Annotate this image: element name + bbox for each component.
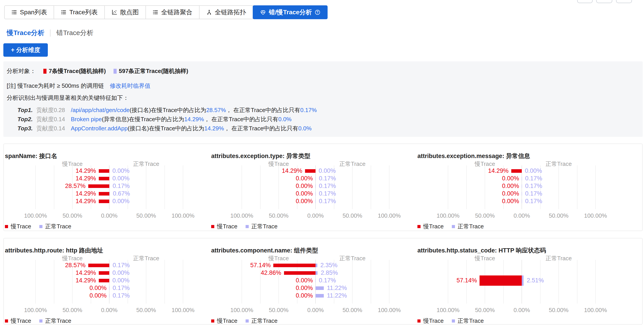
feature-text: (接口名)在慢Trace中的占比为 [128, 125, 204, 132]
intro-line: 分析识别出与慢调用显著相关的关键特征如下： [7, 94, 129, 102]
subtab-error-trace-analysis[interactable]: 错Trace分析 [56, 28, 94, 37]
tab-span-list[interactable]: Span列表 [4, 5, 54, 19]
axis-tick-label: 50.00% [269, 212, 288, 219]
tab-label: Trace列表 [69, 8, 98, 16]
slow-trace-bar [99, 200, 109, 203]
add-dimension-button[interactable]: + 分析维度 [3, 43, 48, 57]
legend-item-slow-trace[interactable]: 慢Trace [5, 317, 31, 325]
chart-title: attributes.exception.message: 异常信息 [418, 152, 530, 160]
tab-label: 散点图 [120, 8, 139, 16]
legend-swatch [418, 225, 420, 228]
axis-tick-label: 50.00% [342, 307, 362, 314]
legend-item-normal-trace[interactable]: 正常Trace [452, 317, 484, 325]
axis-tick-label: 50.00% [342, 212, 362, 219]
normal-value-label: 0.00% [319, 167, 336, 174]
feature-contribution: 贡献度0.28 [36, 106, 65, 114]
slow-value-label: 0.00% [90, 285, 106, 292]
axis-tick-label: 100.00% [230, 212, 254, 219]
chart-legend: 慢Trace正常Trace [418, 317, 484, 325]
chart-panel: attributes.exception.message: 异常信息慢Trace… [418, 144, 624, 230]
question-circle-icon[interactable] [315, 9, 320, 15]
slow-percentage: 14.29% [204, 125, 224, 132]
gridline [54, 260, 54, 304]
legend-item-normal-trace[interactable]: 正常Trace [452, 223, 484, 230]
legend-item-normal-trace[interactable]: 正常Trace [246, 317, 278, 325]
legend-item-normal-trace[interactable]: 正常Trace [39, 317, 72, 325]
feature-rank: Top2. [18, 116, 32, 123]
slow-trace-swatch [43, 69, 46, 74]
slow-value-label: 14.29% [76, 175, 96, 182]
normal-percentage: 0.17% [300, 107, 317, 114]
normal-value-label: 0.17% [319, 190, 336, 197]
analysis-summary-panel: 分析对象： 7条慢Trace(随机抽样) 597条正常Trace(随机抽样) [… [3, 61, 643, 137]
chart-title: attributes.exception.type: 异常类型 [211, 152, 310, 160]
legend-item-slow-trace[interactable]: 慢Trace [5, 223, 31, 230]
slow-value-label: 0.00% [502, 183, 519, 190]
modify-threshold-link[interactable]: 修改耗时临界值 [110, 82, 150, 90]
subtab-divider [50, 29, 50, 37]
feature-link[interactable]: Broken pipe [71, 116, 102, 123]
slow-value-label: 0.00% [296, 190, 313, 197]
tab-fulllink-topology[interactable]: 全链路拓扑 [199, 5, 253, 19]
slow-value-label: 0.00% [296, 285, 313, 292]
legend-item-normal-trace[interactable]: 正常Trace [246, 223, 278, 230]
gridline [577, 260, 578, 304]
slow-value-label: 0.00% [296, 292, 313, 299]
toolbar-button-cropped[interactable] [596, 0, 612, 3]
axis-tick-label: 100.00% [437, 307, 460, 314]
slow-value-label: 14.29% [282, 167, 302, 174]
normal-trace-bar [109, 294, 110, 298]
slow-trace-target: 7条慢Trace(随机抽样) [43, 67, 106, 75]
legend-item-slow-trace[interactable]: 慢Trace [418, 317, 444, 325]
list-icon [12, 9, 17, 15]
feature-link[interactable]: /api/app/chat/gen/code [71, 107, 130, 114]
normal-value-label: 0.17% [112, 183, 130, 190]
normal-trace-bar [316, 177, 316, 180]
top-feature-row: Top1. 贡献度0.28 /api/app/chat/gen/code (接口… [18, 106, 317, 114]
feature-link[interactable]: AppController.addApp [71, 125, 128, 132]
legend-item-slow-trace[interactable]: 慢Trace [211, 223, 238, 230]
normal-value-label: 0.00% [112, 198, 130, 205]
axis-tick-label: 50.00% [62, 307, 82, 314]
toolbar-button-cropped[interactable] [577, 0, 592, 3]
chart-legend: 慢Trace正常Trace [211, 223, 278, 230]
top-feature-row: Top3. 贡献度0.14 AppController.addApp (接口名)… [18, 125, 312, 132]
gridline [595, 165, 596, 209]
normal-trace-bar [522, 200, 522, 203]
gridline [485, 165, 485, 209]
slow-value-label: 14.29% [76, 277, 96, 284]
slow-value-label: 57.14% [456, 277, 477, 284]
axis-tick-label: 50.00% [136, 212, 156, 219]
tab-label: Span列表 [20, 8, 47, 16]
subtab-slow-trace-analysis[interactable]: 慢Trace分析 [7, 28, 44, 37]
gridline [577, 165, 578, 209]
axis-tick-label: 0.00% [101, 307, 118, 314]
chart-panel: attributes.http.route: http 路由地址慢Trace正常… [5, 238, 211, 324]
legend-swatch [452, 320, 455, 323]
legend-item-slow-trace[interactable]: 慢Trace [211, 317, 238, 325]
legend-item-slow-trace[interactable]: 慢Trace [418, 223, 444, 230]
legend-label: 慢Trace [423, 223, 444, 230]
slow-trace-bar [99, 271, 109, 275]
normal-value-label: 0.00% [525, 167, 542, 174]
axis-tick-label: 0.00% [101, 212, 118, 219]
legend-swatch [211, 225, 214, 228]
tab-error-slow-trace-analysis[interactable]: 错/慢Trace分析 [253, 5, 328, 19]
gridline [352, 165, 352, 209]
legend-label: 慢Trace [217, 317, 238, 325]
slow-value-label: 0.00% [296, 198, 313, 205]
feature-contribution: 贡献度0.14 [36, 115, 65, 123]
chart-card-row-2: attributes.http.route: http 路由地址慢Trace正常… [3, 238, 643, 325]
tab-fulllink-aggregation[interactable]: 全链路聚合 [146, 5, 200, 19]
legend-label: 正常Trace [458, 317, 484, 325]
tab-scatter-plot[interactable]: 散点图 [104, 5, 146, 19]
legend-swatch [246, 320, 249, 323]
feature-text: ， 在正常Trace中的占比只有 [226, 106, 300, 114]
toolbar-button-cropped[interactable] [616, 0, 632, 3]
slow-trace-bar [99, 169, 109, 173]
gridline [389, 165, 390, 209]
tab-trace-list[interactable]: Trace列表 [54, 5, 105, 19]
normal-value-label: 0.17% [319, 198, 336, 205]
legend-item-normal-trace[interactable]: 正常Trace [39, 223, 72, 230]
normal-value-label: 2.35% [320, 262, 338, 269]
